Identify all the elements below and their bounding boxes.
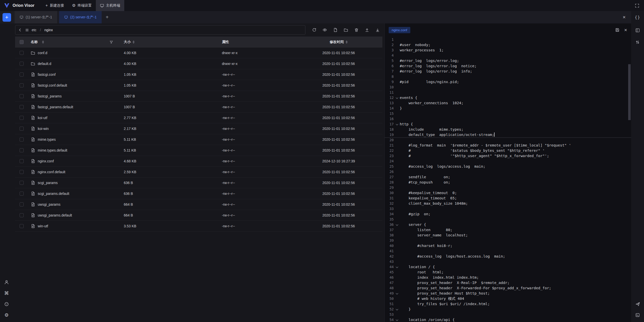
code-line[interactable]: 25 #access_log logs/access.log main; — [385, 164, 631, 169]
swap-vertical-icon[interactable] — [635, 40, 640, 45]
editor-file-tag[interactable]: nginx.conf — [389, 27, 410, 33]
row-checkbox[interactable] — [20, 105, 24, 109]
row-checkbox[interactable] — [20, 94, 24, 98]
code-line[interactable]: 10 — [385, 85, 631, 90]
code-line[interactable]: 52 } — [385, 307, 631, 312]
code-line[interactable]: 28 #tcp_nopush on; — [385, 180, 631, 185]
editor-scrollbar-thumb[interactable] — [628, 64, 631, 120]
refresh-icon[interactable] — [312, 28, 316, 32]
theme-icon[interactable] — [4, 302, 9, 307]
code-line[interactable]: 13 worker_connections 1024; — [385, 100, 631, 106]
code-line[interactable]: 14 } — [385, 106, 631, 111]
row-checkbox[interactable] — [20, 170, 24, 174]
braces-icon[interactable]: {} — [635, 15, 640, 20]
preview-eye-icon[interactable] — [323, 28, 327, 32]
code-line[interactable]: 6 #error_log logs/error.log notice; — [385, 63, 631, 69]
code-line[interactable]: 8 — [385, 74, 631, 79]
table-row[interactable]: fastcgi.conf.default 1.05 KB -rw-r--r-- … — [15, 80, 382, 91]
code-line[interactable]: 35 — [385, 217, 631, 222]
code-line[interactable]: 47 proxy_set_header X-Real-IP $remote_ad… — [385, 280, 631, 285]
fold-chevron-icon[interactable] — [396, 96, 398, 99]
code-line[interactable]: 24 — [385, 159, 631, 164]
code-line[interactable]: 42 #access_log logs/host.access.log main… — [385, 254, 631, 259]
code-line[interactable]: 46 index index.html index.htm; — [385, 275, 631, 280]
code-line[interactable]: 49 proxy_set_header Host $http_host; — [385, 291, 631, 296]
delete-icon[interactable] — [354, 28, 359, 32]
code-line[interactable]: 12 events { — [385, 95, 631, 100]
table-row[interactable]: scgi_params.default 636 B -rw-r--r-- 202… — [15, 188, 382, 199]
code-line[interactable]: 16 — [385, 116, 631, 122]
row-checkbox[interactable] — [20, 224, 24, 228]
code-line[interactable]: 33 — [385, 206, 631, 211]
breadcrumb-segment-etc[interactable]: etc — [32, 28, 36, 32]
code-line[interactable]: 44 location / { — [385, 264, 631, 270]
table-row[interactable]: mime.types 5.11 KB -rw-r--r-- 2020-11-01… — [15, 134, 382, 145]
code-line[interactable]: 30 #keepalive_timeout 0; — [385, 190, 631, 196]
code-line[interactable]: 21 #log_format main '$remote_addr - $rem… — [385, 143, 631, 148]
fold-chevron-icon[interactable] — [396, 266, 398, 268]
table-row[interactable]: default.d 4.00 KB drwxr-xr-x 2020-11-01 … — [15, 58, 382, 69]
header-size[interactable]: 大小 — [119, 40, 219, 44]
add-tab-icon[interactable]: + — [106, 14, 109, 20]
upload-icon[interactable] — [365, 28, 369, 32]
table-row[interactable]: uwsgi_params.default 664 B -rw-r--r-- 20… — [15, 210, 382, 221]
code-line[interactable]: 37 listen 80; — [385, 227, 631, 233]
row-checkbox[interactable] — [20, 181, 24, 185]
table-row[interactable]: fastcgi.conf 1.05 KB -rw-r--r-- 2020-11-… — [15, 69, 382, 80]
code-line[interactable]: 9 #pid logs/nginx.pid; — [385, 79, 631, 85]
code-line[interactable]: 53 — [385, 312, 631, 317]
row-checkbox[interactable] — [20, 83, 24, 87]
row-checkbox[interactable] — [20, 62, 24, 66]
code-line[interactable]: 39 — [385, 238, 631, 243]
table-row[interactable]: nginx.conf 4.68 KB -rw-r--r-- 2024-12-10… — [15, 156, 382, 167]
filter-funnel-icon[interactable] — [109, 40, 113, 44]
code-line[interactable]: 19 default_type application/octet-stream… — [385, 132, 631, 137]
select-all-checkbox[interactable] — [20, 40, 24, 44]
table-row[interactable]: koi-utf 2.77 KB -rw-r--r-- 2020-11-01 10… — [15, 113, 382, 123]
tab-server-2[interactable]: (2) server-生产-1 — [59, 11, 102, 23]
fold-chevron-icon[interactable] — [396, 223, 398, 226]
code-line[interactable]: 22 # '$status $body_bytes_sent "$http_re… — [385, 148, 631, 153]
send-command-icon[interactable] — [635, 302, 640, 307]
code-line[interactable]: 11 — [385, 90, 631, 95]
user-icon[interactable] — [4, 280, 9, 285]
row-checkbox[interactable] — [20, 202, 24, 206]
table-row[interactable]: win-utf 3.53 KB -rw-r--r-- 2020-11-01 10… — [15, 221, 382, 232]
code-line[interactable]: 32 client_max_body_size 1048m; — [385, 201, 631, 206]
code-line[interactable]: 23 # '"$http_user_agent" "$http_x_forwar… — [385, 153, 631, 159]
new-connection-button[interactable]: + — [3, 13, 11, 22]
settings-gear-icon[interactable]: ⚙ — [4, 313, 9, 317]
table-row[interactable]: fastcgi_params 1007 B -rw-r--r-- 2020-11… — [15, 91, 382, 102]
row-checkbox[interactable] — [20, 192, 24, 196]
download-icon[interactable] — [375, 28, 380, 32]
command-icon[interactable]: ⌘ — [4, 291, 9, 296]
code-line[interactable]: 48 proxy_set_header X-Forwarded-For $pro… — [385, 285, 631, 291]
table-row[interactable]: mime.types.default 5.11 KB -rw-r--r-- 20… — [15, 145, 382, 156]
code-line[interactable]: 26 — [385, 169, 631, 174]
code-line[interactable]: 54 location /orion/api { — [385, 317, 631, 322]
close-editor-icon[interactable]: × — [624, 27, 627, 33]
code-line[interactable]: 18 include mime.types; — [385, 127, 631, 132]
code-line[interactable]: 38 server_name localhost; — [385, 233, 631, 238]
menu-host-terminal[interactable]: 主机终端 — [96, 0, 124, 11]
save-icon[interactable] — [615, 28, 620, 32]
code-line[interactable]: 41 — [385, 248, 631, 254]
row-checkbox[interactable] — [20, 73, 24, 77]
code-line[interactable]: 34 #gzip on; — [385, 211, 631, 217]
table-row[interactable]: koi-win 2.17 KB -rw-r--r-- 2020-11-01 10… — [15, 123, 382, 134]
row-checkbox[interactable] — [20, 116, 24, 120]
code-line[interactable]: 43 — [385, 259, 631, 264]
row-checkbox[interactable] — [20, 159, 24, 163]
row-checkbox[interactable] — [20, 148, 24, 152]
row-checkbox[interactable] — [20, 127, 24, 131]
table-row[interactable]: nginx.conf.default 2.59 KB -rw-r--r-- 20… — [15, 167, 382, 177]
header-name[interactable]: 名称 — [28, 40, 119, 44]
fold-chevron-icon[interactable] — [396, 308, 398, 310]
code-line[interactable]: 4 — [385, 53, 631, 58]
terminal-box-icon[interactable] — [635, 313, 640, 317]
code-line[interactable]: 51 try_files $uri $uri/ /index.html; — [385, 301, 631, 307]
row-checkbox[interactable] — [20, 51, 24, 55]
create-folder-icon[interactable] — [344, 28, 348, 32]
directory-list-icon[interactable] — [25, 28, 29, 32]
code-line[interactable]: 15 — [385, 111, 631, 116]
